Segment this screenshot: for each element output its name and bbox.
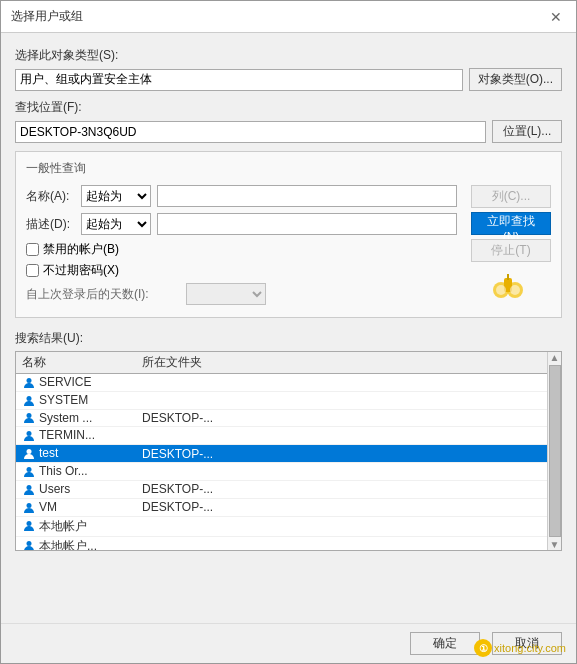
table-row[interactable]: 本地帐户...: [16, 536, 547, 550]
user-icon: [22, 501, 36, 515]
scroll-thumb[interactable]: [549, 365, 561, 537]
dialog-title: 选择用户或组: [11, 8, 83, 25]
cell-name: SERVICE: [16, 374, 136, 392]
search-icon-area: [465, 266, 551, 306]
user-icon: [22, 519, 36, 533]
query-fields-area: 名称(A): 起始为 描述(D): 起始为: [26, 185, 551, 309]
bottom-area: 确定 取消 ① xitong.city.com: [1, 623, 576, 663]
table-row[interactable]: 本地帐户: [16, 516, 547, 536]
noexpiry-checkbox[interactable]: [26, 264, 39, 277]
object-type-label: 选择此对象类型(S):: [15, 47, 562, 64]
svg-point-12: [27, 485, 32, 490]
watermark-text: xitong.city.com: [494, 642, 566, 654]
cell-name: Users: [16, 480, 136, 498]
cell-folder: [136, 427, 547, 445]
user-icon: [22, 465, 36, 479]
table-header-row: 名称 所在文件夹: [16, 352, 547, 374]
table-row[interactable]: UsersDESKTOP-...: [16, 480, 547, 498]
cell-folder: DESKTOP-...: [136, 445, 547, 463]
cell-folder: [136, 391, 547, 409]
cell-name: 本地帐户...: [16, 536, 136, 550]
ok-button[interactable]: 确定: [410, 632, 480, 655]
results-section: 搜索结果(U): 名称 所在文件夹 SERVICESYSTEMSystem ..…: [15, 330, 562, 551]
object-type-button[interactable]: 对象类型(O)...: [469, 68, 562, 91]
svg-point-10: [27, 449, 32, 454]
location-button[interactable]: 位置(L)...: [492, 120, 562, 143]
watermark: ① xitong.city.com: [474, 639, 566, 657]
table-row[interactable]: testDESKTOP-...: [16, 445, 547, 463]
svg-point-11: [27, 467, 32, 472]
days-select[interactable]: [186, 283, 266, 305]
close-button[interactable]: ✕: [546, 7, 566, 27]
cell-folder: [136, 463, 547, 481]
general-query-group: 一般性查询 名称(A): 起始为 描述(D):: [15, 151, 562, 318]
cell-name: test: [16, 445, 136, 463]
user-icon: [22, 447, 36, 461]
table-row[interactable]: This Or...: [16, 463, 547, 481]
svg-point-9: [27, 431, 32, 436]
user-icon: [22, 376, 36, 390]
binoculars-icon: [490, 268, 526, 304]
desc-condition-select[interactable]: 起始为: [81, 213, 151, 235]
desc-value-input[interactable]: [157, 213, 457, 235]
user-icon: [22, 411, 36, 425]
desc-field-label: 描述(D):: [26, 216, 81, 233]
object-type-input[interactable]: [15, 69, 463, 91]
cell-folder: DESKTOP-...: [136, 480, 547, 498]
svg-point-6: [27, 378, 32, 383]
table-scrollbar[interactable]: ▲ ▼: [547, 352, 561, 550]
svg-point-3: [496, 285, 506, 295]
svg-point-7: [27, 396, 32, 401]
table-row[interactable]: TERMIN...: [16, 427, 547, 445]
disabled-label: 禁用的帐户(B): [43, 241, 119, 258]
col-name-header: 名称: [16, 352, 136, 374]
stop-button[interactable]: 停止(T): [471, 239, 551, 262]
location-row: 位置(L)...: [15, 120, 562, 143]
table-row[interactable]: SYSTEM: [16, 391, 547, 409]
table-row[interactable]: VMDESKTOP-...: [16, 498, 547, 516]
scroll-up-arrow[interactable]: ▲: [550, 352, 560, 363]
search-now-button[interactable]: 立即查找(N): [471, 212, 551, 235]
results-table-container: 名称 所在文件夹 SERVICESYSTEMSystem ...DESKTOP-…: [15, 351, 562, 551]
cell-folder: DESKTOP-...: [136, 409, 547, 427]
title-bar: 选择用户或组 ✕: [1, 1, 576, 33]
user-icon: [22, 429, 36, 443]
cell-name: VM: [16, 498, 136, 516]
cell-name: System ...: [16, 409, 136, 427]
user-icon: [22, 394, 36, 408]
cell-folder: [136, 374, 547, 392]
watermark-icon: ①: [474, 639, 492, 657]
desc-field-row: 描述(D): 起始为: [26, 213, 457, 235]
days-row: 自上次登录后的天数(I):: [26, 283, 457, 305]
disabled-checkbox[interactable]: [26, 243, 39, 256]
svg-point-4: [510, 285, 520, 295]
name-value-input[interactable]: [157, 185, 457, 207]
results-table: 名称 所在文件夹 SERVICESYSTEMSystem ...DESKTOP-…: [16, 352, 547, 550]
user-icon: [22, 539, 36, 550]
list-columns-button[interactable]: 列(C)...: [471, 185, 551, 208]
svg-point-13: [27, 503, 32, 508]
disabled-checkbox-row: 禁用的帐户(B): [26, 241, 457, 258]
object-type-row: 对象类型(O)...: [15, 68, 562, 91]
noexpiry-checkbox-row: 不过期密码(X): [26, 262, 457, 279]
query-buttons: 列(C)... 立即查找(N) 停止(T): [465, 185, 551, 309]
dialog-content: 选择此对象类型(S): 对象类型(O)... 查找位置(F): 位置(L)...…: [1, 33, 576, 623]
table-row[interactable]: System ...DESKTOP-...: [16, 409, 547, 427]
user-icon: [22, 483, 36, 497]
scroll-down-arrow[interactable]: ▼: [550, 539, 560, 550]
col-folder-header: 所在文件夹: [136, 352, 547, 374]
results-label: 搜索结果(U):: [15, 330, 562, 347]
cell-name: 本地帐户: [16, 516, 136, 536]
location-input[interactable]: [15, 121, 486, 143]
table-row[interactable]: SERVICE: [16, 374, 547, 392]
cell-folder: DESKTOP-...: [136, 498, 547, 516]
name-condition-select[interactable]: 起始为: [81, 185, 151, 207]
select-user-dialog: 选择用户或组 ✕ 选择此对象类型(S): 对象类型(O)... 查找位置(F):…: [0, 0, 577, 664]
days-label: 自上次登录后的天数(I):: [26, 286, 186, 303]
svg-point-15: [27, 541, 32, 546]
name-field-row: 名称(A): 起始为: [26, 185, 457, 207]
general-query-title: 一般性查询: [26, 160, 551, 177]
svg-point-14: [27, 521, 32, 526]
cell-name: SYSTEM: [16, 391, 136, 409]
cell-name: TERMIN...: [16, 427, 136, 445]
